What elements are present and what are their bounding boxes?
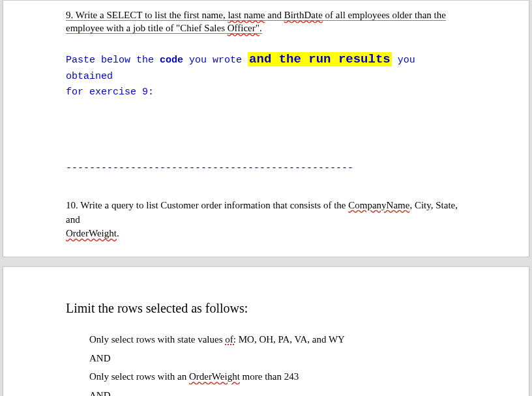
page-1: 9. Write a SELECT to list the first name…: [3, 0, 529, 257]
q9-text: of all employees older than the: [323, 10, 446, 21]
prompt-text: Paste below the: [66, 55, 160, 66]
q9-text: .: [259, 23, 262, 34]
limit-conditions: Only select rows with state values of: M…: [89, 330, 466, 396]
q10-text: .: [117, 228, 119, 238]
question-10: 10. Write a query to list Customer order…: [66, 199, 466, 241]
q9-first-name: first name: [184, 10, 223, 21]
limit-text: Only select rows with an: [89, 371, 189, 382]
limit-line-1: Only select rows with state values of: M…: [89, 330, 466, 349]
q9-text: 9. Write a SELECT to list the: [66, 10, 184, 21]
q9-text: and: [265, 10, 284, 21]
prompt-text: for exercise 9:: [66, 87, 154, 98]
q9-birthdate: BirthDate: [284, 10, 323, 21]
paste-prompt: Paste below the code you wrote and the r…: [66, 50, 466, 100]
limit-text: Only select rows with state values: [89, 334, 225, 345]
limit-orderweight: OrderWeight: [189, 371, 240, 382]
prompt-highlight: and the run results: [248, 52, 392, 66]
limit-and-1: AND: [89, 349, 466, 368]
q9-officer: Officer": [228, 23, 259, 34]
document-viewport: 9. Write a SELECT to list the first name…: [0, 0, 532, 396]
limit-heading: Limit the rows selected as follows:: [66, 301, 466, 316]
q10-companyname: CompanyName: [348, 200, 409, 210]
page-gap: [0, 257, 532, 266]
limit-and-2: AND: [89, 386, 466, 397]
q9-last-name: last name: [228, 10, 265, 21]
page-2: Limit the rows selected as follows: Only…: [3, 266, 529, 396]
limit-text: MO, OH, PA, VA, and WY: [236, 334, 345, 345]
limit-text: more than 243: [240, 371, 299, 382]
limit-line-2: Only select rows with an OrderWeight mor…: [89, 367, 466, 386]
q10-text: 10. Write a query to list Customer order…: [66, 200, 348, 210]
prompt-code: code: [160, 55, 183, 66]
question-9: 9. Write a SELECT to list the first name…: [66, 8, 466, 35]
limit-of: of:: [225, 334, 236, 345]
separator-dashes: ----------------------------------------…: [66, 163, 466, 174]
q10-orderweight: OrderWeight: [66, 228, 117, 238]
q9-text: employee with a job title of "Chief Sale…: [66, 23, 228, 34]
prompt-text: you wrote: [183, 55, 248, 66]
